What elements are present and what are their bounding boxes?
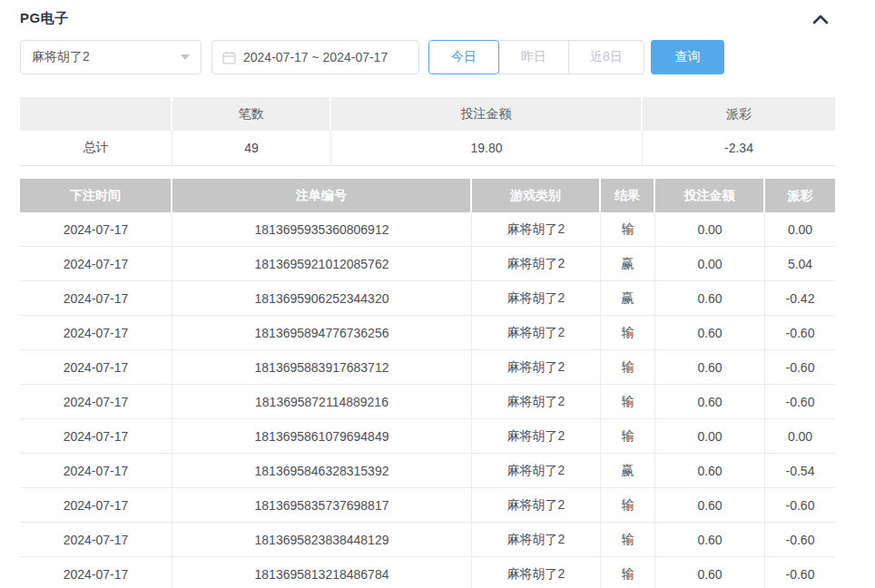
table-cell: 赢 — [601, 281, 655, 316]
panel-header: PG电子 — [20, 0, 835, 25]
table-cell: 输 — [601, 350, 655, 385]
table-cell: 麻将胡了2 — [472, 247, 601, 281]
table-cell: 1813695883917683712 — [172, 350, 472, 385]
records-header-cell: 结果 — [601, 179, 655, 212]
table-row: 2024-07-171813695894776736256麻将胡了2输0.60-… — [20, 316, 835, 350]
table-row: 2024-07-171813695906252344320麻将胡了2赢0.60-… — [20, 281, 835, 316]
table-cell: 输 — [601, 316, 655, 350]
summary-count: 49 — [172, 131, 331, 166]
table-row: 2024-07-171813695883917683712麻将胡了2输0.60-… — [20, 350, 835, 385]
table-cell: 赢 — [601, 454, 655, 488]
table-cell: 1813695823838448129 — [172, 523, 472, 557]
table-cell: 输 — [601, 557, 655, 588]
table-cell: 麻将胡了2 — [472, 385, 601, 419]
table-cell: 0.00 — [765, 419, 835, 454]
records-header-cell: 下注时间 — [20, 179, 172, 212]
table-row: 2024-07-171813695935360806912麻将胡了2输0.000… — [20, 212, 835, 247]
date-range-input[interactable]: 2024-07-17 ~ 2024-07-17 — [211, 40, 419, 74]
table-cell: 输 — [601, 212, 655, 247]
summary-header-cell: 投注金额 — [331, 97, 643, 131]
table-row: 2024-07-171813695835737698817麻将胡了2输0.60-… — [20, 488, 835, 523]
game-select[interactable]: 麻将胡了2 — [20, 40, 202, 74]
table-cell: 0.60 — [655, 557, 765, 588]
quick-range-button[interactable]: 今日 — [428, 40, 499, 74]
table-cell: 1813695846328315392 — [172, 454, 472, 488]
date-range-value: 2024-07-17 ~ 2024-07-17 — [243, 50, 388, 64]
table-cell: 2024-07-17 — [20, 316, 172, 350]
search-button[interactable]: 查询 — [651, 40, 724, 74]
table-cell: 0.60 — [655, 523, 765, 557]
table-cell: 麻将胡了2 — [472, 350, 601, 385]
records-header-row: 下注时间注单编号游戏类别结果投注金额派彩 — [20, 179, 835, 212]
records-table: 下注时间注单编号游戏类别结果投注金额派彩 2024-07-17181369593… — [20, 179, 835, 588]
table-row: 2024-07-171813695813218486784麻将胡了2输0.60-… — [20, 557, 835, 588]
table-cell: 2024-07-17 — [20, 523, 172, 557]
records-header-cell: 游戏类别 — [472, 179, 601, 212]
summary-header-row: 笔数 投注金额 派彩 — [20, 97, 835, 131]
table-cell: 1813695872114889216 — [172, 385, 472, 419]
table-cell: 麻将胡了2 — [472, 557, 601, 588]
table-row: 2024-07-171813695921012085762麻将胡了2赢0.005… — [20, 247, 835, 281]
quick-range-button[interactable]: 近8日 — [568, 40, 644, 74]
table-cell: 1813695835737698817 — [172, 488, 472, 523]
table-cell: -0.60 — [765, 316, 835, 350]
table-cell: 5.04 — [765, 247, 835, 281]
calendar-icon — [222, 51, 236, 64]
table-row: 2024-07-171813695823838448129麻将胡了2输0.60-… — [20, 523, 835, 557]
quick-range-button[interactable]: 昨日 — [498, 40, 569, 74]
table-row: 2024-07-171813695846328315392麻将胡了2赢0.60-… — [20, 454, 835, 488]
table-cell: -0.60 — [765, 385, 835, 419]
filter-bar: 麻将胡了2 2024-07-17 ~ 2024-07-17 今日昨日近8日 查询 — [20, 40, 835, 74]
table-cell: -0.42 — [765, 281, 835, 316]
table-cell: 1813695861079694849 — [172, 419, 472, 454]
table-cell: 麻将胡了2 — [472, 281, 601, 316]
game-select-value: 麻将胡了2 — [32, 49, 90, 65]
table-cell: 麻将胡了2 — [472, 316, 601, 350]
summary-total-row: 总计 49 19.80 -2.34 — [20, 131, 835, 166]
table-cell: 麻将胡了2 — [472, 454, 601, 488]
table-cell: 输 — [601, 523, 655, 557]
page-title: PG电子 — [20, 10, 69, 27]
table-cell: 1813695906252344320 — [172, 281, 472, 316]
chevron-down-icon — [181, 54, 190, 60]
table-cell: 2024-07-17 — [20, 350, 172, 385]
table-cell: 0.00 — [655, 212, 765, 247]
table-cell: 0.00 — [765, 212, 835, 247]
summary-total-label: 总计 — [20, 131, 172, 166]
chevron-up-icon — [811, 15, 830, 28]
summary-header-cell: 笔数 — [172, 97, 331, 131]
table-cell: -0.60 — [765, 557, 835, 588]
table-cell: 0.60 — [655, 488, 765, 523]
records-header-cell: 派彩 — [765, 179, 835, 212]
table-cell: 输 — [601, 419, 655, 454]
summary-header-cell — [20, 97, 172, 131]
table-cell: 麻将胡了2 — [472, 523, 601, 557]
table-cell: 2024-07-17 — [20, 419, 172, 454]
summary-bet-amount: 19.80 — [331, 131, 643, 166]
table-cell: 2024-07-17 — [20, 247, 172, 281]
table-cell: 0.60 — [655, 385, 765, 419]
table-cell: 2024-07-17 — [20, 212, 172, 247]
records-header-cell: 注单编号 — [172, 179, 472, 212]
collapse-button[interactable] — [810, 11, 831, 27]
table-cell: 1813695921012085762 — [172, 247, 472, 281]
table-cell: 麻将胡了2 — [472, 419, 601, 454]
table-cell: 输 — [601, 385, 655, 419]
table-cell: 0.60 — [655, 454, 765, 488]
table-cell: 2024-07-17 — [20, 385, 172, 419]
table-row: 2024-07-171813695872114889216麻将胡了2输0.60-… — [20, 385, 835, 419]
table-cell: 0.60 — [655, 316, 765, 350]
table-cell: 0.00 — [655, 247, 765, 281]
table-cell: 0.00 — [655, 419, 765, 454]
records-header-cell: 投注金额 — [655, 179, 765, 212]
table-cell: 赢 — [601, 247, 655, 281]
table-cell: -0.60 — [765, 523, 835, 557]
summary-payout: -2.34 — [643, 131, 835, 166]
table-row: 2024-07-171813695861079694849麻将胡了2输0.000… — [20, 419, 835, 454]
summary-table: 笔数 投注金额 派彩 总计 49 19.80 -2.34 — [20, 97, 835, 166]
table-cell: 2024-07-17 — [20, 488, 172, 523]
table-cell: 1813695935360806912 — [172, 212, 472, 247]
table-cell: 1813695813218486784 — [172, 557, 472, 588]
table-cell: -0.60 — [765, 350, 835, 385]
table-cell: 2024-07-17 — [20, 454, 172, 488]
